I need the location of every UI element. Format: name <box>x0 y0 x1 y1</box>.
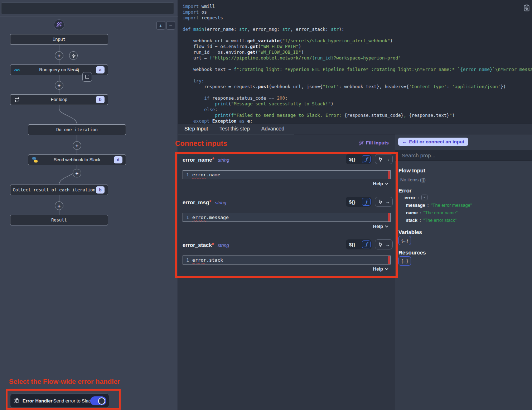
flow-node-iteration[interactable]: Do one iteration <box>28 124 126 135</box>
resources-expand-button[interactable]: {...} <box>398 256 411 266</box>
insert-step-button[interactable]: + <box>73 169 81 177</box>
error-handler-pill[interactable]: Error Handler Send error to Slack <box>10 394 109 408</box>
chevron-down-icon <box>385 182 388 185</box>
function-icon: ƒ <box>365 156 367 162</box>
help-label: Help <box>373 224 383 229</box>
variables-heading: Variables <box>398 229 422 235</box>
field-label-error-name: error_name* string <box>183 157 229 163</box>
flow-node-input[interactable]: Input <box>10 34 108 45</box>
arrow-right-icon[interactable]: → <box>385 199 390 205</box>
line-number: 1 <box>183 215 192 220</box>
field-type: string <box>218 243 229 248</box>
trigger-zap-button[interactable] <box>69 51 78 60</box>
flow-graph-panel: + − Input + GO Run query on Neo4j a <box>0 0 178 410</box>
template-mode-button[interactable]: ${} <box>349 242 355 247</box>
flow-node-collect[interactable]: Collect result of each iteration b <box>10 185 108 195</box>
search-prop-strip <box>395 150 532 161</box>
flow-node-webhook[interactable]: Send webhook to Slack d <box>28 154 126 165</box>
field-name: error_msg <box>183 199 209 205</box>
node-label: Do one iteration <box>56 127 98 132</box>
help-label: Help <box>373 181 383 186</box>
bug-icon <box>14 398 20 404</box>
error-marker-bar <box>388 256 390 264</box>
node-badge: b <box>96 186 105 194</box>
arrow-right-icon[interactable]: → <box>385 242 390 247</box>
node-label: Collect result of each iteration <box>13 187 95 192</box>
help-toggle[interactable]: Help <box>373 181 388 186</box>
insert-step-button[interactable]: + <box>55 81 63 90</box>
colon: : <box>420 210 421 215</box>
repeat-icon <box>14 97 20 102</box>
error-msg-input[interactable]: 1 error.message <box>183 213 391 222</box>
search-prop-input[interactable] <box>395 150 532 161</box>
error-stack-input[interactable]: 1 error.stack <box>183 256 391 264</box>
insert-step-button[interactable]: + <box>55 201 63 210</box>
python-logo-icon <box>32 157 38 163</box>
plug-icon[interactable] <box>378 157 383 162</box>
error-prop-row[interactable]: name : "The error name" <box>406 210 458 215</box>
error-section-heading: Error <box>398 187 412 194</box>
resources-heading: Resources <box>398 249 426 256</box>
error-handler-title: Error Handler <box>23 398 53 404</box>
fill-inputs-button[interactable]: Fill inputs <box>359 140 389 146</box>
colon: : <box>420 218 421 223</box>
error-name-input[interactable]: 1 error.name <box>183 170 391 179</box>
error-marker-bar <box>388 213 390 221</box>
zap-icon <box>71 53 76 58</box>
required-mark: * <box>212 242 214 248</box>
prop-value: "The error name" <box>424 210 458 215</box>
error-handler-toggle[interactable] <box>90 396 106 405</box>
line-number: 1 <box>183 172 192 177</box>
mode-toggle-group: ${} ƒ <box>346 154 372 164</box>
flow-input-empty: No items ([]) <box>400 177 426 182</box>
mode-toggle-group: ${} ƒ <box>346 197 372 207</box>
connect-input-panel: ← Edit or connect an input Flow Input No… <box>395 134 532 410</box>
tab-step-input[interactable]: Step Input <box>184 126 208 134</box>
help-toggle[interactable]: Help <box>373 266 388 272</box>
flow-node-neo4j[interactable]: GO Run query on Neo4j a <box>10 65 108 75</box>
connect-group: → <box>375 197 393 207</box>
chevron-down-icon <box>385 225 388 228</box>
error-prop-row[interactable]: stack : "The error stack" <box>406 218 456 223</box>
field-name: error_stack <box>183 242 212 248</box>
prop-key: message <box>406 203 425 208</box>
node-label: Input <box>53 37 66 42</box>
template-mode-button[interactable]: ${} <box>349 199 355 205</box>
tab-test-this-step[interactable]: Test this step <box>219 126 250 134</box>
error-handler-subtitle: Send error to Slack <box>53 398 93 404</box>
help-toggle[interactable]: Help <box>373 224 388 229</box>
arrow-right-icon[interactable]: → <box>385 157 390 162</box>
field-label-error-stack: error_stack* string <box>183 242 229 248</box>
function-mode-button[interactable]: ƒ <box>362 240 371 248</box>
flow-node-forloop[interactable]: For loop b <box>10 94 108 105</box>
edit-or-connect-button[interactable]: ← Edit or connect an input <box>398 138 468 146</box>
plug-icon[interactable] <box>378 242 383 247</box>
step-tabs: Step Input Test this step Advanced <box>178 124 395 134</box>
flow-node-result[interactable]: Result <box>10 215 108 225</box>
copy-reload-icon[interactable] <box>523 4 530 11</box>
function-mode-button[interactable]: ƒ <box>362 155 371 163</box>
insert-step-button[interactable]: + <box>55 51 63 60</box>
expand-node-button[interactable] <box>82 72 92 82</box>
toggle-knob <box>98 397 105 405</box>
plug-icon[interactable] <box>378 199 383 205</box>
required-mark: * <box>212 157 214 163</box>
code-editor[interactable]: import wmillimport osimport requests def… <box>178 0 532 124</box>
connect-group: → <box>375 154 393 164</box>
colon: : <box>427 203 429 208</box>
function-mode-button[interactable]: ƒ <box>362 198 371 206</box>
line-number: 1 <box>183 257 192 263</box>
template-mode-button[interactable]: ${} <box>349 157 355 162</box>
node-label: Send webhook to Slack <box>54 157 101 162</box>
variables-expand-button[interactable]: {...} <box>398 236 411 245</box>
tab-advanced[interactable]: Advanced <box>261 126 285 134</box>
required-mark: * <box>209 199 211 206</box>
wand-sparkles-icon <box>359 140 364 146</box>
insert-step-button[interactable]: + <box>73 141 81 150</box>
error-prop-row[interactable]: message : "The error message" <box>406 203 472 208</box>
field-label-error-msg: error_msg* string <box>183 199 226 206</box>
collapse-button[interactable]: - <box>421 195 427 200</box>
flow-input-heading: Flow Input <box>398 167 425 173</box>
square-icon <box>85 75 89 79</box>
fill-inputs-label: Fill inputs <box>366 140 389 146</box>
